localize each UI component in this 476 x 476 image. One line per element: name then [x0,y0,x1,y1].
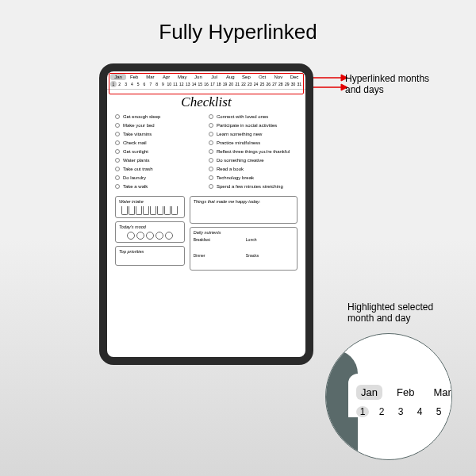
day-link[interactable]: 7 [148,81,154,87]
day-link[interactable]: 11 [172,81,178,87]
checklist-item[interactable]: Participate in social activities [209,123,298,128]
checklist-item[interactable]: Take vitamins [115,132,204,136]
day-link[interactable]: 17 [209,81,216,87]
zoom-day[interactable]: 2 [375,406,388,417]
checklist-item[interactable]: Take out trash [115,167,204,171]
month-link[interactable]: Jun [190,74,206,80]
day-link[interactable]: 6 [141,81,148,87]
month-link[interactable]: May [175,74,190,80]
day-link[interactable]: 26 [265,81,271,87]
checkbox-icon[interactable] [209,140,213,145]
checklist-item[interactable]: Make your bed [115,123,204,128]
zoom-month[interactable]: Mar [428,385,452,400]
cup-icon[interactable] [129,206,135,215]
checkbox-icon[interactable] [209,132,213,136]
checkbox-icon[interactable] [115,140,120,145]
day-link[interactable]: 29 [284,81,290,87]
checklist-item[interactable]: Take a walk [115,184,204,189]
checklist-item[interactable]: Do something creative [209,158,298,163]
month-link[interactable]: Aug [222,74,238,80]
checkbox-icon[interactable] [209,149,213,154]
month-link[interactable]: Apr [159,74,175,80]
month-link[interactable]: Feb [126,74,142,80]
day-link[interactable]: 21 [234,81,240,87]
checkbox-icon[interactable] [115,184,120,189]
face-icon[interactable] [155,232,163,240]
zoom-day[interactable]: 1 [356,406,369,417]
cup-icon[interactable] [157,206,163,215]
day-link[interactable]: 15 [197,81,203,87]
checklist-item[interactable]: Reflect three things you're thankful [209,149,298,154]
zoom-month[interactable]: Jan [356,385,382,400]
day-link[interactable]: 30 [290,81,297,87]
day-link[interactable]: 22 [240,81,247,87]
checklist-item[interactable]: Water plants [115,158,204,163]
day-link[interactable]: 28 [278,81,284,87]
day-link[interactable]: 18 [216,81,222,87]
day-link[interactable]: 2 [117,81,123,87]
checkbox-icon[interactable] [209,184,213,189]
checklist-item[interactable]: Do laundry [115,175,204,180]
checklist-item[interactable]: Connect with loved ones [209,114,298,119]
day-link[interactable]: 1 [110,81,117,87]
cup-icon[interactable] [171,206,178,215]
checkbox-icon[interactable] [209,158,213,163]
zoom-day[interactable]: 4 [413,406,426,417]
month-link[interactable]: Jul [206,74,222,80]
checkbox-icon[interactable] [115,149,120,154]
face-icon[interactable] [136,232,144,240]
checkbox-icon[interactable] [209,175,213,180]
day-link[interactable]: 23 [247,81,253,87]
month-link[interactable]: Nov [271,74,286,80]
cup-icon[interactable] [143,206,149,215]
month-link[interactable]: Sep [238,74,254,80]
month-link[interactable]: Dec [286,74,302,80]
checklist-item[interactable]: Practice mindfulness [209,140,298,145]
checkbox-icon[interactable] [209,167,213,171]
face-icon[interactable] [127,232,135,240]
face-icon[interactable] [146,232,154,240]
day-link[interactable]: 5 [135,81,141,87]
day-link[interactable]: 12 [178,81,185,87]
checkbox-icon[interactable] [209,123,213,128]
day-link[interactable]: 24 [253,81,259,87]
day-link[interactable]: 3 [123,81,129,87]
month-link[interactable]: Mar [142,74,158,80]
zoom-month[interactable]: Feb [392,385,419,400]
face-icon[interactable] [165,232,173,240]
checkbox-icon[interactable] [115,114,120,119]
day-link[interactable]: 8 [154,81,160,87]
day-link[interactable]: 9 [160,81,167,87]
checkbox-icon[interactable] [115,167,120,171]
cup-icon[interactable] [136,206,142,215]
checklist-item[interactable]: Get enough sleep [115,114,204,119]
checkbox-icon[interactable] [115,123,120,128]
cup-icon[interactable] [121,206,128,215]
checklist-item[interactable]: Spend a few minutes stretching [209,184,298,189]
day-link[interactable]: 27 [271,81,278,87]
checklist-item[interactable]: Read a book [209,167,298,171]
day-link[interactable]: 16 [203,81,209,87]
day-link[interactable]: 14 [191,81,198,87]
cup-icon[interactable] [164,206,171,215]
day-link[interactable]: 20 [228,81,234,87]
day-link[interactable]: 25 [259,81,266,87]
zoom-day[interactable]: 5 [432,406,445,417]
checklist-item[interactable]: Check mail [115,140,204,145]
day-link[interactable]: 10 [166,81,172,87]
cup-icon[interactable] [150,206,156,215]
checkbox-icon[interactable] [115,175,120,180]
day-link[interactable]: 31 [296,81,302,87]
day-link[interactable]: 19 [222,81,228,87]
checkbox-icon[interactable] [209,114,213,119]
checklist-item[interactable]: Get sunlight [115,149,204,154]
month-link[interactable]: Jan [110,74,126,80]
checklist-item[interactable]: Learn something new [209,132,298,136]
checkbox-icon[interactable] [115,132,120,136]
checkbox-icon[interactable] [115,158,120,163]
month-link[interactable]: Oct [255,74,271,80]
day-link[interactable]: 4 [129,81,135,87]
zoom-day[interactable]: 3 [394,406,407,417]
checklist-item[interactable]: Technology break [209,175,298,180]
day-link[interactable]: 13 [185,81,191,87]
